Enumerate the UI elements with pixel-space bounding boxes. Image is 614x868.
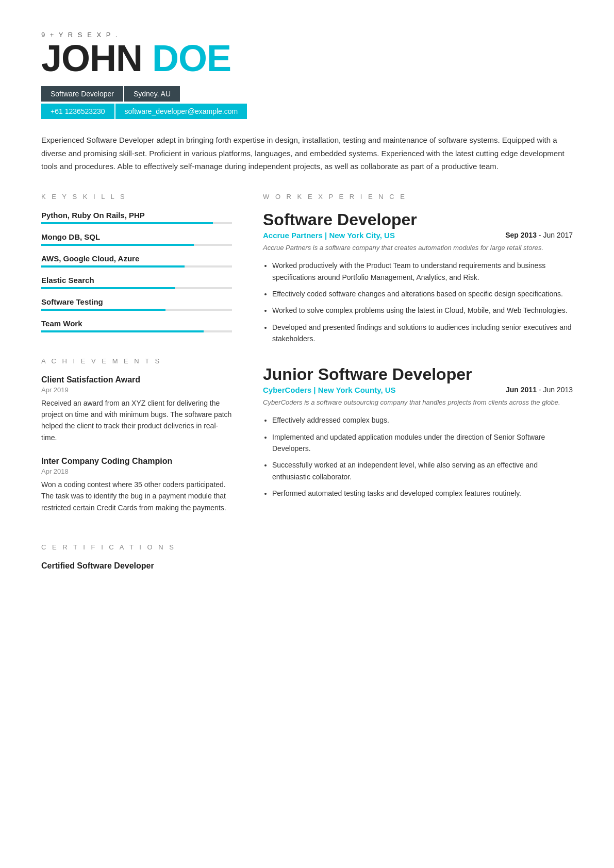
job-desc: Accrue Partners is a software company th… <box>263 243 573 253</box>
skill-item: Software Testing <box>41 297 232 311</box>
skill-name: Elastic Search <box>41 276 232 285</box>
job-dates: Sep 2013 - Jun 2017 <box>505 231 573 239</box>
jobs-list: Software Developer Accrue Partners | New… <box>263 211 573 499</box>
skill-bar-fill <box>41 222 213 224</box>
date-start: Sep 2013 <box>505 231 537 239</box>
skill-bar-bg <box>41 265 232 268</box>
achievement-item: Client Satisfaction Award Apr 2019 Recei… <box>41 375 232 444</box>
achievement-date: Apr 2018 <box>41 468 232 475</box>
job-bullets: Worked productively with the Product Tea… <box>263 260 573 344</box>
header-tags: Software Developer Sydney, AU <box>41 86 573 103</box>
achievement-desc: Won a coding contest where 35 other code… <box>41 479 232 513</box>
skill-bar-fill <box>41 309 165 311</box>
bullet: Developed and presented findings and sol… <box>272 322 573 345</box>
job-company: CyberCoders | New York County, US <box>263 386 396 394</box>
skill-bar-fill <box>41 265 185 268</box>
job-item: Junior Software Developer CyberCoders | … <box>263 365 573 499</box>
job-title: Junior Software Developer <box>263 365 573 383</box>
skill-name: Mongo DB, SQL <box>41 232 232 241</box>
skills-list: Python, Ruby On Rails, PHP Mongo DB, SQL… <box>41 211 232 332</box>
bullet: Worked to solve complex problems using t… <box>272 305 573 316</box>
skill-bar-bg <box>41 309 232 311</box>
achievements-list: Client Satisfaction Award Apr 2019 Recei… <box>41 375 232 514</box>
skill-item: Python, Ruby On Rails, PHP <box>41 211 232 224</box>
cert-title: Certified Software Developer <box>41 561 232 571</box>
skill-name: Software Testing <box>41 297 232 306</box>
skill-bar-bg <box>41 287 232 289</box>
last-name: DOE <box>152 38 231 79</box>
bullet: Performed automated testing tasks and de… <box>272 488 573 499</box>
skill-bar-fill <box>41 244 194 246</box>
job-title: Software Developer <box>263 211 573 229</box>
skill-item: Team Work <box>41 319 232 332</box>
skill-bar-fill <box>41 330 204 332</box>
skill-name: AWS, Google Cloud, Azure <box>41 254 232 263</box>
cert-item: Certified Software Developer <box>41 561 232 571</box>
skill-item: AWS, Google Cloud, Azure <box>41 254 232 268</box>
left-column: K E Y S K I L L S Python, Ruby On Rails,… <box>41 193 232 571</box>
job-company-row: Accrue Partners | New York City, US Sep … <box>263 231 573 240</box>
date-start: Jun 2011 <box>506 386 537 394</box>
job-company: Accrue Partners | New York City, US <box>263 231 395 240</box>
bullet: Successfully worked at an independent le… <box>272 459 573 482</box>
tag-role: Software Developer <box>41 86 123 102</box>
header: 9 + Y R S E X P . JOHN DOE Software Deve… <box>41 31 573 119</box>
achievement-desc: Received an award from an XYZ client for… <box>41 397 232 444</box>
bullet: Implemented and updated application modu… <box>272 431 573 455</box>
job-desc: CyberCoders is a software outsourcing co… <box>263 397 573 408</box>
bullet: Effectively coded software changes and a… <box>272 288 573 299</box>
name-display: JOHN DOE <box>41 40 573 77</box>
tag-location: Sydney, AU <box>124 86 180 102</box>
certifications-list: Certified Software Developer <box>41 561 232 571</box>
skill-bar-bg <box>41 244 232 246</box>
email: software_developer@example.com <box>115 104 247 119</box>
achievement-date: Apr 2019 <box>41 386 232 394</box>
certifications-section-title: C E R T I F I C A T I O N S <box>41 543 232 551</box>
bullet: Effectively addressed complex bugs. <box>272 414 573 426</box>
achievement-title: Inter Company Coding Champion <box>41 457 232 466</box>
skill-item: Mongo DB, SQL <box>41 232 232 246</box>
two-col-layout: K E Y S K I L L S Python, Ruby On Rails,… <box>41 193 573 571</box>
contact-row: +61 1236523230 software_developer@exampl… <box>41 104 573 119</box>
skill-bar-bg <box>41 330 232 332</box>
summary: Experienced Software Developer adept in … <box>41 133 573 173</box>
achievements-section-title: A C H I E V E M E N T S <box>41 357 232 365</box>
bullet: Worked productively with the Product Tea… <box>272 260 573 283</box>
right-column: W O R K E X P E R I E N C E Software Dev… <box>263 193 573 571</box>
job-bullets: Effectively addressed complex bugs.Imple… <box>263 414 573 499</box>
job-item: Software Developer Accrue Partners | New… <box>263 211 573 345</box>
skill-bar-bg <box>41 222 232 224</box>
skill-bar-fill <box>41 287 175 289</box>
resume-page: 9 + Y R S E X P . JOHN DOE Software Deve… <box>0 0 614 868</box>
first-name: JOHN <box>41 38 142 79</box>
work-section-title: W O R K E X P E R I E N C E <box>263 193 573 201</box>
phone: +61 1236523230 <box>41 104 114 119</box>
achievement-item: Inter Company Coding Champion Apr 2018 W… <box>41 457 232 513</box>
job-dates: Jun 2011 - Jun 2013 <box>506 386 573 394</box>
skill-name: Team Work <box>41 319 232 328</box>
skill-name: Python, Ruby On Rails, PHP <box>41 211 232 220</box>
achievement-title: Client Satisfaction Award <box>41 375 232 385</box>
skills-section-title: K E Y S K I L L S <box>41 193 232 201</box>
job-company-row: CyberCoders | New York County, US Jun 20… <box>263 386 573 394</box>
skill-item: Elastic Search <box>41 276 232 289</box>
